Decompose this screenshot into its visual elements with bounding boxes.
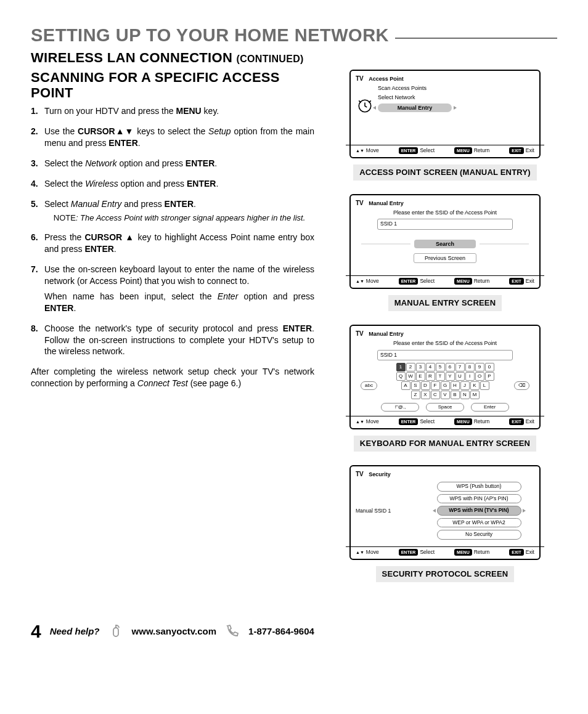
footer-url: www.sanyoctv.com: [132, 625, 217, 638]
key: D: [421, 381, 430, 390]
key: I: [465, 372, 475, 381]
caption-3: KEYBOARD FOR MANUAL ENTRY SCREEN: [354, 436, 536, 452]
key: C: [431, 391, 440, 399]
svg-rect-1: [113, 628, 118, 636]
updown-icon: ▲▼: [356, 149, 364, 152]
security-option: WPS (Push button): [437, 482, 521, 491]
key: P: [485, 372, 494, 381]
key: 8: [465, 363, 475, 371]
page-number: 4: [31, 619, 41, 644]
step-4: 4. Select the Wireless option and press …: [31, 178, 314, 190]
key: 1: [396, 363, 406, 371]
key: W: [406, 372, 415, 381]
menu-item-selected: Manual Entry: [378, 103, 452, 112]
key: Z: [411, 391, 420, 399]
security-option: WPS with PIN (AP's PIN): [437, 494, 521, 503]
search-button: Search: [414, 240, 476, 248]
phone-icon: [225, 624, 240, 639]
abc-key: abc: [361, 381, 377, 390]
enter-key: Enter: [471, 403, 509, 412]
tv-footer: ▲▼ Move ENTER Select MENU Return EXIT Ex…: [351, 547, 539, 559]
key: 6: [446, 363, 455, 371]
step-5-note: NOTE: The Access Point with stronger sig…: [48, 213, 311, 224]
footer-phone: 1-877-864-9604: [248, 625, 314, 638]
key: 9: [475, 363, 484, 371]
key: B: [451, 391, 460, 399]
section-heading: WIRELESS LAN CONNECTION (CONTINUED): [31, 49, 557, 67]
key: G: [441, 381, 450, 390]
tv-screen-keyboard: TV Manual Entry Please enter the SSID of…: [349, 325, 541, 429]
menu-item: Scan Access Points: [378, 84, 534, 92]
caption-1: ACCESS POINT SCREEN (MANUAL ENTRY): [353, 164, 537, 181]
steps-list: 1. Turn on your HDTV and press the MENU …: [31, 105, 314, 357]
menu-item: Select Network: [378, 94, 534, 101]
security-option: No Security: [437, 530, 521, 539]
onscreen-keyboard: 1234567890 QWERTYUIOP abcASDFGHJKL⌫ ZXCV…: [356, 363, 534, 413]
space-key: Space: [426, 403, 464, 412]
key: 5: [436, 363, 445, 371]
key: L: [480, 381, 489, 390]
step-8: 8. Choose the network's type of security…: [31, 323, 314, 358]
page-title: SETTING UP TO YOUR HOME NETWORK: [31, 23, 557, 47]
key: 3: [416, 363, 425, 371]
key: H: [451, 381, 460, 390]
page-footer: 4 Need help? www.sanyoctv.com 1-877-864-…: [31, 619, 557, 644]
ssid-field: SSID 1: [377, 350, 513, 360]
step-3: 3. Select the Network option and press E…: [31, 158, 314, 169]
step-6: 6. Press the CURSOR ▲ key to highlight A…: [31, 232, 314, 255]
previous-button: Previous Screen: [414, 253, 476, 263]
key: V: [441, 391, 450, 399]
tv-screen-access-point: TV Access Point Scan Access Points Selec…: [349, 70, 541, 158]
key: T: [436, 372, 445, 381]
tv-footer: ▲▼ Move ENTER Select MENU Return EXIT Ex…: [351, 145, 539, 157]
key: Q: [396, 372, 406, 381]
step-7: 7. Use the on-screen keyboard layout to …: [31, 264, 314, 314]
need-help-label: Need help?: [50, 625, 100, 638]
key: R: [426, 372, 435, 381]
tv-footer: ▲▼ Move ENTER Select MENU Return EXIT Ex…: [351, 416, 539, 428]
closing-paragraph: After completing the wireless network se…: [31, 366, 314, 389]
step-2: 2. Use the CURSOR▲▼ keys to select the S…: [31, 126, 314, 149]
mouse-icon: [108, 624, 123, 639]
step-1: 1. Turn on your HDTV and press the MENU …: [31, 105, 314, 117]
key: A: [401, 381, 410, 390]
key: N: [460, 391, 470, 399]
key: F: [431, 381, 440, 390]
security-option: WEP or WPA or WPA2: [437, 518, 521, 527]
security-option-selected: WPS with PIN (TV's PIN): [437, 506, 521, 515]
key: M: [470, 391, 480, 399]
key: X: [421, 391, 430, 399]
tv-screen-manual-entry: TV Manual Entry Please enter the SSID of…: [349, 194, 541, 289]
backspace-key: ⌫: [514, 381, 529, 390]
key: O: [475, 372, 484, 381]
caption-2: MANUAL ENTRY SCREEN: [388, 295, 502, 311]
subsection-heading: SCANNING FOR A SPECIFIC ACCESS POINT: [31, 70, 314, 101]
key: 0: [485, 363, 494, 371]
ssid-field: SSID 1: [377, 219, 513, 229]
step-5: 5. Select Manual Entry and press ENTER. …: [31, 198, 314, 223]
key: 7: [455, 363, 465, 371]
key: S: [411, 381, 420, 390]
caption-4: SECURITY PROTOCOL SCREEN: [376, 566, 515, 582]
key: 4: [426, 363, 435, 371]
key: U: [455, 372, 465, 381]
wizard-icon: [357, 98, 373, 114]
key: Y: [446, 372, 455, 381]
key: K: [470, 381, 480, 390]
tv-screen-security: TV Security Manual SSID 1 WPS (Push butt…: [349, 465, 541, 560]
symbols-key: !"@.,: [381, 403, 419, 412]
key: E: [416, 372, 425, 381]
key: 2: [406, 363, 415, 371]
tv-footer: ▲▼ Move ENTER Select MENU Return EXIT Ex…: [351, 276, 539, 288]
key: J: [460, 381, 470, 390]
